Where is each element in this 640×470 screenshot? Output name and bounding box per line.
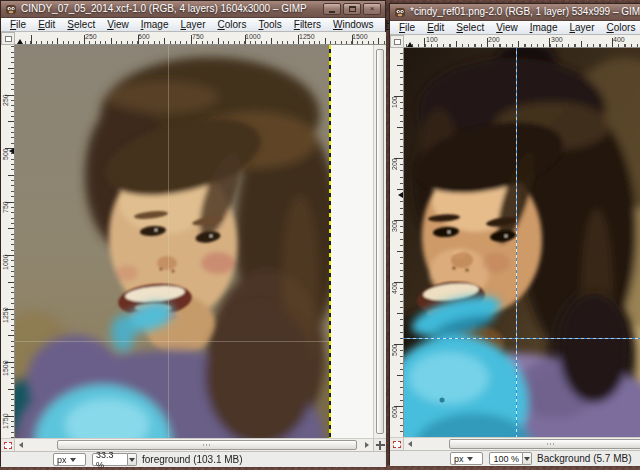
horizontal-ruler[interactable]: 100 200 300 400 bbox=[404, 35, 640, 48]
ruler-unit-icon bbox=[5, 36, 12, 42]
gimp-wilber-icon bbox=[5, 3, 17, 15]
chevron-down-icon bbox=[467, 457, 473, 461]
canvas-guide-faint bbox=[15, 341, 331, 342]
menu-file[interactable]: File bbox=[4, 18, 32, 31]
pointer-position-marker bbox=[398, 192, 403, 198]
menu-layer[interactable]: Layer bbox=[563, 21, 600, 34]
ruler-label: 250 bbox=[85, 33, 97, 40]
menu-file[interactable]: File bbox=[393, 21, 421, 34]
horizontal-scrollbar-thumb[interactable] bbox=[449, 439, 640, 449]
menu-view[interactable]: View bbox=[101, 18, 135, 31]
vertical-scrollbar[interactable] bbox=[373, 45, 386, 438]
chevron-down-icon bbox=[524, 457, 530, 461]
zoom-input[interactable]: 33.3 % bbox=[92, 453, 128, 466]
zoom-value: 33.3 % bbox=[96, 450, 124, 470]
window-title: *cindy_ref01.png-2.0 (RGB, 1 layer) 534x… bbox=[410, 4, 640, 20]
zoom-dropdown-button[interactable] bbox=[128, 453, 137, 466]
scroll-left-button[interactable] bbox=[15, 439, 27, 451]
ruler-label: 400 bbox=[613, 36, 625, 43]
menu-layer[interactable]: Layer bbox=[174, 18, 211, 31]
titlebar[interactable]: CINDY_07_05_2014.xcf-1.0 (RGB, 4 layers)… bbox=[1, 1, 385, 18]
menu-colors[interactable]: Colors bbox=[211, 18, 252, 31]
minimize-icon bbox=[329, 11, 335, 13]
ruler-label: 500 bbox=[138, 33, 150, 40]
maximize-button[interactable] bbox=[343, 3, 361, 15]
scroll-left-button[interactable] bbox=[404, 438, 416, 450]
hscroll-row bbox=[390, 437, 640, 450]
menu-edit[interactable]: Edit bbox=[32, 18, 61, 31]
ruler-label: 200 bbox=[488, 36, 500, 43]
ruler-label: 1500 bbox=[352, 33, 368, 40]
ruler-label: 1000 bbox=[2, 254, 9, 270]
scroll-right-button[interactable] bbox=[361, 439, 373, 451]
ruler-label: 250 bbox=[2, 94, 9, 106]
close-icon: × bbox=[370, 5, 375, 13]
unit-select[interactable]: px bbox=[450, 452, 483, 465]
menu-tools[interactable]: Tools bbox=[252, 18, 287, 31]
arrow-left-icon bbox=[19, 442, 23, 448]
unit-value: px bbox=[57, 455, 67, 465]
titlebar[interactable]: *cindy_ref01.png-2.0 (RGB, 1 layer) 534x… bbox=[390, 4, 640, 21]
menu-filters[interactable]: Filters bbox=[288, 18, 327, 31]
unit-value: px bbox=[454, 454, 464, 464]
chevron-down-icon bbox=[129, 458, 135, 462]
ruler-unit-icon bbox=[394, 39, 401, 45]
zoom-dropdown-button[interactable] bbox=[523, 452, 532, 465]
menu-windows[interactable]: Windows bbox=[327, 18, 380, 31]
status-message: foreground (103.1 MB) bbox=[142, 454, 243, 465]
guide-vertical[interactable] bbox=[516, 48, 517, 437]
ruler-corner-button[interactable] bbox=[390, 35, 404, 48]
status-message: Background (5.7 MB) bbox=[537, 453, 632, 464]
scrollbar-grip bbox=[547, 443, 555, 445]
guide-horizontal[interactable] bbox=[404, 338, 640, 339]
arrow-left-icon bbox=[408, 441, 412, 447]
ruler-label: 1500 bbox=[2, 360, 9, 376]
close-button[interactable]: × bbox=[363, 3, 381, 15]
ruler-label: 100 bbox=[426, 36, 438, 43]
ruler-label: 600 bbox=[391, 406, 398, 418]
window-title: CINDY_07_05_2014.xcf-1.0 (RGB, 4 layers)… bbox=[21, 1, 319, 17]
desktop: { "left_window": { "title": "CINDY_07_05… bbox=[0, 0, 640, 470]
menu-select[interactable]: Select bbox=[450, 21, 490, 34]
ruler-label: 300 bbox=[391, 220, 398, 232]
minimize-button[interactable] bbox=[323, 3, 341, 15]
menu-select[interactable]: Select bbox=[61, 18, 101, 31]
pointer-position-marker bbox=[407, 42, 413, 47]
vertical-ruler[interactable]: 250 500 750 1000 1250 1500 1750 bbox=[1, 45, 15, 438]
menu-edit[interactable]: Edit bbox=[421, 21, 450, 34]
menu-view[interactable]: View bbox=[490, 21, 524, 34]
menu-image[interactable]: Image bbox=[135, 18, 175, 31]
ruler-label: 1250 bbox=[2, 307, 9, 323]
maximize-icon bbox=[349, 6, 356, 12]
horizontal-scrollbar[interactable] bbox=[15, 439, 373, 451]
gimp-window-painting: CINDY_07_05_2014.xcf-1.0 (RGB, 4 layers)… bbox=[0, 0, 386, 466]
vertical-scrollbar-thumb[interactable] bbox=[376, 49, 384, 434]
quickmask-icon bbox=[393, 441, 401, 448]
ruler-label: 1250 bbox=[299, 33, 315, 40]
scrollbar-grip bbox=[203, 444, 211, 446]
gimp-wilber-icon bbox=[394, 6, 406, 18]
ruler-label: 1750 bbox=[2, 413, 9, 429]
unit-select[interactable]: px bbox=[53, 453, 86, 466]
canvas-painting[interactable] bbox=[15, 45, 331, 438]
hscroll-row bbox=[1, 438, 386, 451]
menubar: File Edit Select View Image Layer Colors… bbox=[1, 18, 385, 32]
horizontal-scrollbar-thumb[interactable] bbox=[57, 440, 357, 450]
menu-colors[interactable]: Colors bbox=[600, 21, 640, 34]
canvas-reference-photo[interactable] bbox=[404, 48, 640, 437]
ruler-label: 300 bbox=[551, 36, 563, 43]
ruler-label: 400 bbox=[391, 282, 398, 294]
zoom-input[interactable]: 100 % bbox=[489, 452, 523, 465]
ruler-label: 500 bbox=[2, 148, 9, 160]
painting-image bbox=[15, 45, 331, 438]
vertical-ruler[interactable]: 100 200 300 400 500 600 bbox=[390, 48, 404, 437]
horizontal-ruler[interactable]: 250 500 750 1000 1250 1500 bbox=[15, 32, 386, 45]
horizontal-scrollbar[interactable] bbox=[404, 438, 640, 450]
ruler-label: 1000 bbox=[245, 33, 261, 40]
pointer-position-marker bbox=[9, 148, 14, 154]
menubar: File Edit Select View Image Layer Colors… bbox=[390, 21, 640, 35]
ruler-corner-button[interactable] bbox=[1, 32, 15, 45]
ruler-label: 750 bbox=[192, 33, 204, 40]
menu-image[interactable]: Image bbox=[524, 21, 564, 34]
pointer-position-marker bbox=[17, 39, 23, 44]
